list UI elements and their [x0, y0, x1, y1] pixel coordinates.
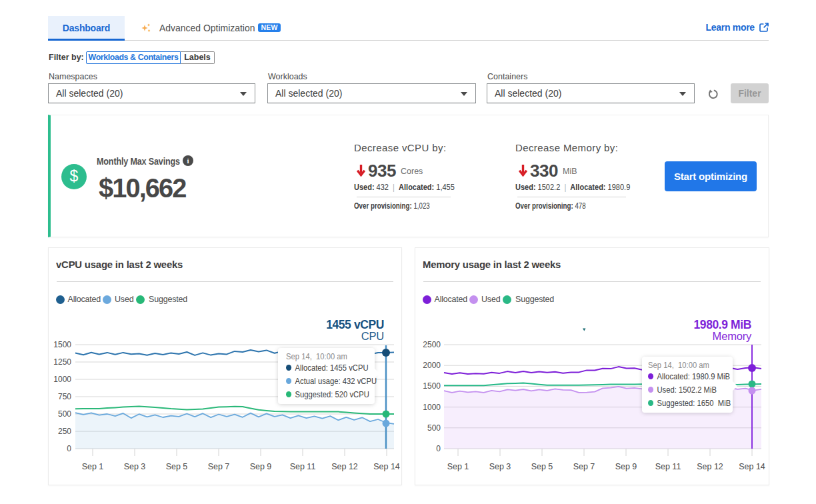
svg-text:Sep 5: Sep 5: [166, 462, 188, 471]
svg-text:Sep 12: Sep 12: [331, 462, 358, 471]
svg-text:1500: 1500: [423, 381, 441, 391]
svg-text:1250: 1250: [53, 357, 71, 367]
svg-text:Sep 3: Sep 3: [489, 462, 511, 471]
svg-text:500: 500: [427, 423, 441, 433]
svg-text:Sep 1: Sep 1: [447, 462, 469, 471]
svg-text:Sep 5: Sep 5: [531, 462, 553, 471]
svg-text:Sep 7: Sep 7: [573, 462, 595, 471]
svg-text:Sep 1: Sep 1: [82, 462, 104, 471]
svg-text:Sep 3: Sep 3: [124, 462, 146, 471]
svg-text:Sep 12: Sep 12: [697, 462, 723, 471]
svg-text:1500: 1500: [53, 340, 71, 349]
svg-text:0: 0: [436, 444, 441, 453]
svg-text:Sep 7: Sep 7: [208, 462, 230, 471]
svg-text:Sep 11: Sep 11: [655, 462, 681, 471]
svg-text:Sep 14: Sep 14: [739, 462, 765, 471]
svg-text:750: 750: [58, 392, 71, 401]
svg-text:1000: 1000: [423, 403, 441, 412]
svg-text:2500: 2500: [423, 340, 441, 349]
svg-text:2000: 2000: [423, 361, 441, 370]
svg-text:0: 0: [67, 444, 71, 453]
svg-text:Sep 9: Sep 9: [250, 462, 272, 471]
svg-text:Sep 9: Sep 9: [615, 462, 637, 471]
svg-text:Sep 14: Sep 14: [373, 462, 400, 471]
svg-text:250: 250: [58, 427, 71, 436]
svg-text:1000: 1000: [53, 375, 71, 384]
svg-text:500: 500: [58, 409, 71, 419]
svg-text:Sep 11: Sep 11: [290, 462, 316, 471]
